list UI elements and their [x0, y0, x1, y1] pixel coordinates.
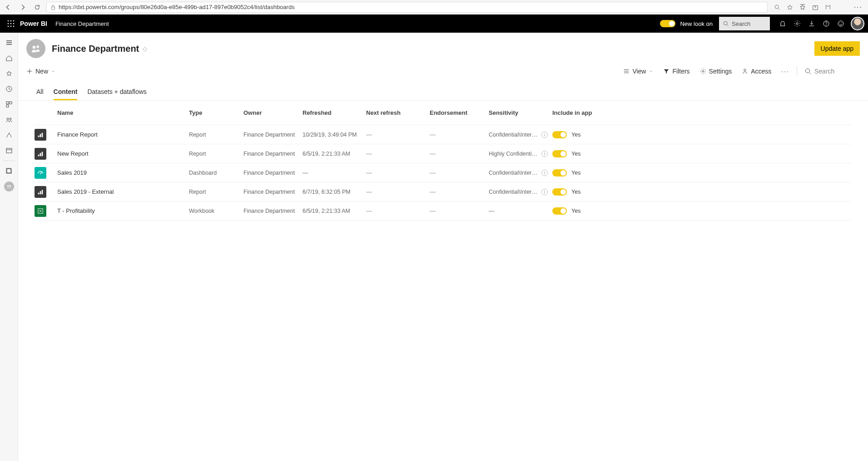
refresh-icon[interactable] [32, 2, 43, 13]
table-row[interactable]: New ReportReportFinance Department6/5/19… [35, 144, 852, 163]
svg-point-32 [702, 70, 704, 72]
toolbar: New View Filters Settings Acce [18, 58, 868, 81]
row-owner: Finance Department [243, 189, 303, 195]
collections-icon[interactable] [812, 4, 818, 10]
col-next[interactable]: Next refresh [366, 109, 430, 116]
svg-point-30 [33, 46, 35, 49]
notifications-icon[interactable] [775, 16, 790, 31]
svg-rect-20 [6, 102, 9, 104]
svg-point-7 [10, 23, 12, 25]
svg-rect-39 [40, 153, 41, 156]
my-workspace-icon[interactable] [2, 164, 16, 178]
current-workspace-icon[interactable] [2, 179, 16, 194]
col-sensitivity[interactable]: Sensitivity [489, 109, 552, 116]
row-owner: Finance Department [243, 132, 303, 138]
app-launcher-icon[interactable] [4, 16, 18, 31]
workspaces-icon[interactable] [2, 143, 16, 158]
content-grid: Name Type Owner Refreshed Next refresh E… [18, 101, 868, 221]
back-icon[interactable] [3, 2, 14, 13]
dashboard-icon [35, 167, 46, 179]
col-refreshed[interactable]: Refreshed [303, 109, 366, 116]
apps-icon[interactable] [2, 97, 16, 112]
svg-rect-43 [40, 191, 41, 194]
svg-rect-25 [6, 148, 12, 153]
tabs: All Content Datasets + dataflows [18, 84, 868, 101]
svg-rect-42 [38, 192, 40, 194]
recent-icon[interactable] [2, 82, 16, 96]
download-icon[interactable] [804, 16, 819, 31]
access-button[interactable]: Access [742, 68, 771, 75]
zoom-icon[interactable] [774, 4, 780, 10]
include-toggle[interactable] [552, 131, 567, 138]
svg-point-23 [7, 118, 9, 120]
col-name[interactable]: Name [57, 109, 189, 116]
extension-icon[interactable] [825, 4, 831, 10]
new-look-label: New look on [680, 20, 713, 27]
learn-icon[interactable] [2, 128, 16, 142]
update-app-button[interactable]: Update app [814, 41, 860, 56]
tab-all[interactable]: All [36, 84, 44, 100]
page-title: Finance Department [52, 44, 139, 54]
browser-avatar[interactable] [838, 2, 848, 12]
shared-icon[interactable] [2, 113, 16, 127]
info-icon[interactable]: i [541, 170, 548, 176]
brand-label[interactable]: Power BI [20, 20, 47, 27]
forward-icon[interactable] [17, 2, 28, 13]
row-owner: Finance Department [243, 170, 303, 176]
page-header: Finance Department ◇ Update app [18, 33, 868, 58]
svg-rect-37 [42, 132, 43, 137]
global-search[interactable]: Search [719, 17, 770, 30]
more-icon[interactable]: ··· [854, 3, 863, 11]
help-icon[interactable] [819, 16, 833, 31]
row-include: Yes [552, 169, 630, 177]
row-next: — [366, 188, 430, 195]
info-icon[interactable]: i [541, 189, 548, 195]
tab-datasets[interactable]: Datasets + dataflows [87, 84, 146, 100]
view-button[interactable]: View [623, 68, 653, 75]
col-type[interactable]: Type [189, 109, 243, 116]
row-type: Dashboard [189, 170, 243, 176]
favorites-bar-icon[interactable] [799, 4, 806, 10]
settings-icon[interactable] [790, 16, 804, 31]
address-bar[interactable]: https://dxt.powerbi.com/groups/80e26d0a-… [46, 2, 768, 13]
table-row[interactable]: T - ProfitabilityWorkbookFinance Departm… [35, 201, 852, 221]
url-text: https://dxt.powerbi.com/groups/80e26d0a-… [59, 4, 295, 10]
include-toggle[interactable] [552, 207, 567, 215]
include-toggle[interactable] [552, 150, 567, 157]
new-button[interactable]: New [26, 68, 55, 75]
list-search[interactable] [804, 68, 860, 75]
tab-content[interactable]: Content [54, 84, 78, 100]
svg-point-41 [40, 173, 41, 174]
more-button[interactable]: ··· [781, 68, 789, 75]
favorites-nav-icon[interactable] [2, 66, 16, 81]
table-row[interactable]: Sales 2019 - ExternalReportFinance Depar… [35, 182, 852, 201]
favorite-icon[interactable] [787, 4, 793, 10]
svg-point-17 [839, 23, 840, 24]
feedback-icon[interactable] [833, 16, 848, 31]
svg-point-4 [10, 20, 12, 22]
include-toggle[interactable] [552, 169, 567, 177]
svg-point-34 [806, 69, 810, 73]
breadcrumb[interactable]: Finance Department [55, 20, 109, 27]
user-avatar[interactable] [851, 17, 864, 30]
col-owner[interactable]: Owner [243, 109, 303, 116]
row-next: — [366, 131, 430, 138]
report-icon [35, 148, 46, 160]
table-row[interactable]: Sales 2019DashboardFinance Department———… [35, 163, 852, 182]
svg-rect-38 [38, 154, 40, 156]
col-endorsement[interactable]: Endorsement [430, 109, 489, 116]
search-placeholder: Search [732, 20, 750, 27]
info-icon[interactable]: i [541, 151, 548, 157]
col-include[interactable]: Include in app [552, 109, 630, 116]
settings-button[interactable]: Settings [700, 68, 732, 75]
svg-rect-44 [42, 190, 43, 194]
nav-toggle-icon[interactable] [2, 35, 16, 50]
row-next: — [366, 169, 430, 176]
info-icon[interactable]: i [541, 132, 548, 138]
list-search-input[interactable] [814, 68, 860, 75]
filters-button[interactable]: Filters [663, 68, 689, 75]
home-icon[interactable] [2, 51, 16, 65]
table-row[interactable]: Finance ReportReportFinance Department10… [35, 125, 852, 144]
new-look-toggle[interactable] [660, 20, 675, 27]
include-toggle[interactable] [552, 188, 567, 196]
